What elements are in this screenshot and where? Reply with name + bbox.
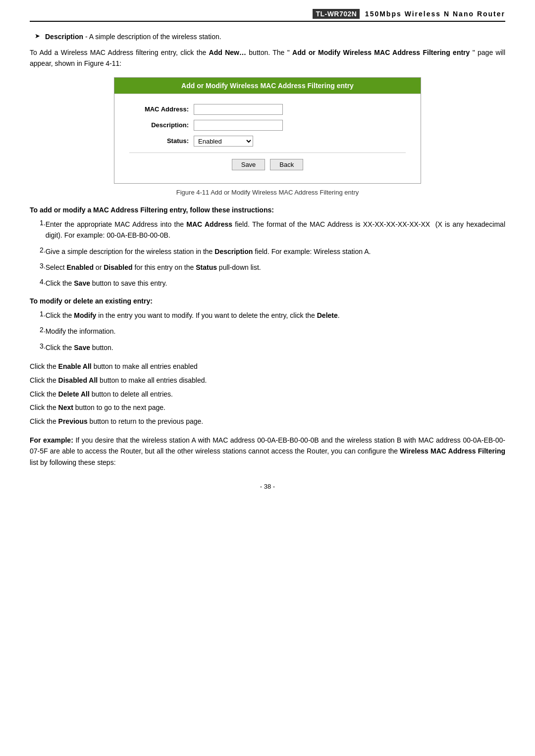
list-item: 2. Give a simple description for the wir… — [30, 246, 505, 257]
status-select[interactable]: Enabled Disabled — [194, 136, 253, 147]
description-row: Description: — [129, 120, 406, 131]
header-title: TL-WR702N 150Mbps Wireless N Nano Router — [313, 10, 505, 18]
list-num-4: 4. — [30, 278, 46, 286]
description-value: - A simple description of the wireless s… — [85, 33, 221, 41]
save-button[interactable]: Save — [232, 159, 266, 170]
instructions-heading: To add or modify a MAC Address Filtering… — [30, 206, 505, 214]
note-next: Click the Next button to go to the next … — [30, 402, 505, 414]
bullet-arrow-icon: ➤ — [35, 32, 40, 40]
note-disabled-all: Click the Disabled All button to make al… — [30, 375, 505, 387]
example-paragraph: For example: If you desire that the wire… — [30, 435, 505, 468]
list-item: 4. Click the Save button to save this en… — [30, 278, 505, 289]
list-item: 3. Click the Save button. — [30, 342, 505, 353]
modify-text-2: Modify the information. — [46, 326, 116, 337]
list-text-4: Click the Save button to save this entry… — [46, 278, 167, 289]
description-input[interactable] — [194, 120, 283, 131]
list-item: 1. Enter the appropriate MAC Address int… — [30, 219, 505, 241]
list-num-2: 2. — [30, 246, 46, 254]
mac-address-label: MAC Address: — [129, 105, 189, 113]
modify-num-2: 2. — [30, 326, 46, 334]
modify-num-3: 3. — [30, 342, 46, 350]
page-header: TL-WR702N 150Mbps Wireless N Nano Router — [30, 10, 505, 22]
mac-filter-form: Add or Modify Wireless MAC Address Filte… — [114, 77, 421, 184]
form-divider — [129, 152, 406, 153]
router-subtitle: 150Mbps Wireless N Nano Router — [365, 10, 505, 18]
add-modify-bold: Add or Modify Wireless MAC Address Filte… — [292, 49, 470, 56]
modify-heading: To modify or delete an existing entry: — [30, 297, 505, 305]
page-number: - 38 - — [30, 483, 505, 490]
figure-caption: Figure 4-11 Add or Modify Wireless MAC A… — [30, 189, 505, 196]
description-text: Description - A simple description of th… — [45, 32, 221, 42]
intro-text-2: button. The " — [249, 49, 289, 56]
list-item: 2. Modify the information. — [30, 326, 505, 337]
form-body: MAC Address: Description: Status: Enable… — [114, 94, 421, 183]
list-num-3: 3. — [30, 262, 46, 270]
list-text-2: Give a simple description for the wirele… — [46, 246, 371, 257]
modify-list: 1. Click the Modify in the entry you wan… — [30, 310, 505, 353]
note-enable-all: Click the Enable All button to make all … — [30, 361, 505, 373]
list-item: 1. Click the Modify in the entry you wan… — [30, 310, 505, 321]
list-text-3: Select Enabled or Disabled for this entr… — [46, 262, 261, 273]
intro-text-1: To Add a Wireless MAC Address filtering … — [30, 49, 209, 56]
add-new-bold: Add New… — [209, 49, 246, 56]
status-label: Status: — [129, 137, 189, 145]
note-delete-all: Click the Delete All button to delete al… — [30, 389, 505, 401]
description-form-label: Description: — [129, 121, 189, 129]
mac-address-row: MAC Address: — [129, 104, 406, 115]
form-buttons: Save Back — [129, 159, 406, 175]
model-name: TL-WR702N — [313, 9, 360, 19]
list-num-1: 1. — [30, 219, 46, 227]
status-row: Status: Enabled Disabled — [129, 136, 406, 147]
example-bold: For example: — [30, 436, 73, 444]
instructions-list: 1. Enter the appropriate MAC Address int… — [30, 219, 505, 289]
form-title: Add or Modify Wireless MAC Address Filte… — [114, 78, 421, 94]
back-button[interactable]: Back — [270, 159, 303, 170]
description-bullet: ➤ Description - A simple description of … — [30, 32, 505, 42]
example-text: If you desire that the wireless station … — [30, 436, 505, 466]
modify-num-1: 1. — [30, 310, 46, 318]
list-text-1: Enter the appropriate MAC Address into t… — [46, 219, 505, 241]
description-label: Description — [45, 33, 83, 41]
mac-address-input[interactable] — [194, 104, 283, 115]
note-previous: Click the Previous button to return to t… — [30, 416, 505, 428]
modify-text-3: Click the Save button. — [46, 342, 113, 353]
intro-paragraph: To Add a Wireless MAC Address filtering … — [30, 47, 505, 69]
list-item: 3. Select Enabled or Disabled for this e… — [30, 262, 505, 273]
modify-text-1: Click the Modify in the entry you want t… — [46, 310, 340, 321]
